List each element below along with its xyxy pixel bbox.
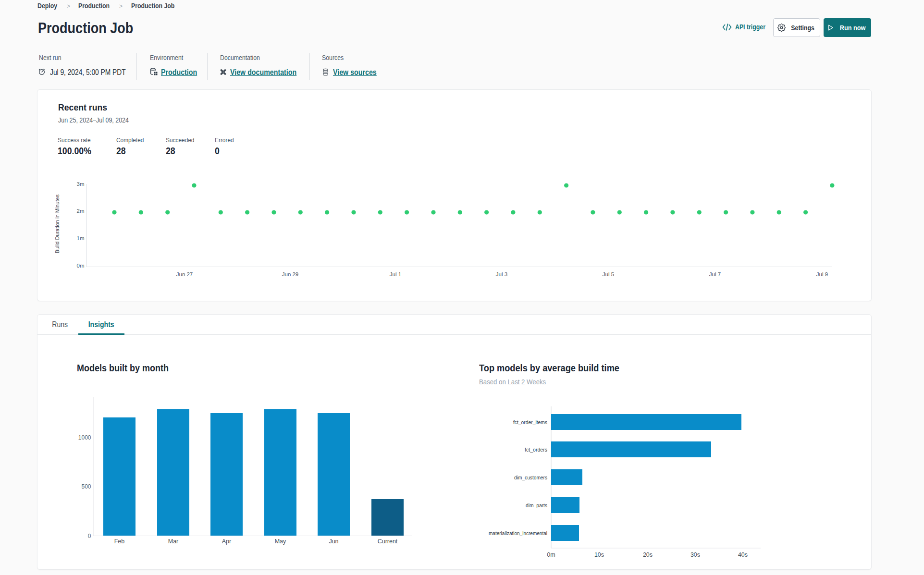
- svg-text:20s: 20s: [643, 551, 653, 558]
- svg-text:3m: 3m: [77, 181, 85, 187]
- svg-text:Jul 7: Jul 7: [709, 271, 721, 277]
- svg-text:fct_orders: fct_orders: [525, 447, 547, 453]
- svg-text:Build Duration in Minutes: Build Duration in Minutes: [54, 194, 60, 253]
- svg-text:materialization_incremental: materialization_incremental: [489, 530, 547, 536]
- svg-text:500: 500: [81, 483, 91, 490]
- svg-text:2m: 2m: [77, 208, 85, 214]
- svg-text:0: 0: [88, 533, 91, 539]
- svg-text:Feb: Feb: [114, 538, 125, 545]
- svg-text:30s: 30s: [690, 551, 700, 558]
- svg-text:dim_customers: dim_customers: [514, 475, 547, 480]
- svg-text:10s: 10s: [594, 551, 604, 558]
- svg-text:Jun: Jun: [329, 538, 338, 545]
- svg-text:Mar: Mar: [168, 538, 179, 545]
- svg-text:Jul 1: Jul 1: [390, 271, 401, 277]
- svg-text:Jul 3: Jul 3: [496, 271, 507, 277]
- svg-text:Jun 27: Jun 27: [176, 271, 193, 277]
- svg-text:Apr: Apr: [222, 538, 231, 545]
- svg-text:fct_order_items: fct_order_items: [513, 419, 547, 425]
- svg-text:Current: Current: [378, 538, 398, 545]
- svg-text:Jul 5: Jul 5: [603, 271, 614, 277]
- svg-text:0m: 0m: [547, 551, 555, 558]
- svg-text:Jun 29: Jun 29: [282, 271, 299, 277]
- svg-text:May: May: [275, 538, 286, 545]
- svg-text:dim_parts: dim_parts: [526, 502, 547, 508]
- svg-text:1000: 1000: [78, 434, 91, 441]
- svg-text:40s: 40s: [738, 551, 748, 558]
- svg-text:1m: 1m: [77, 235, 85, 241]
- svg-text:0m: 0m: [77, 263, 85, 269]
- svg-text:Jul 9: Jul 9: [816, 271, 828, 277]
